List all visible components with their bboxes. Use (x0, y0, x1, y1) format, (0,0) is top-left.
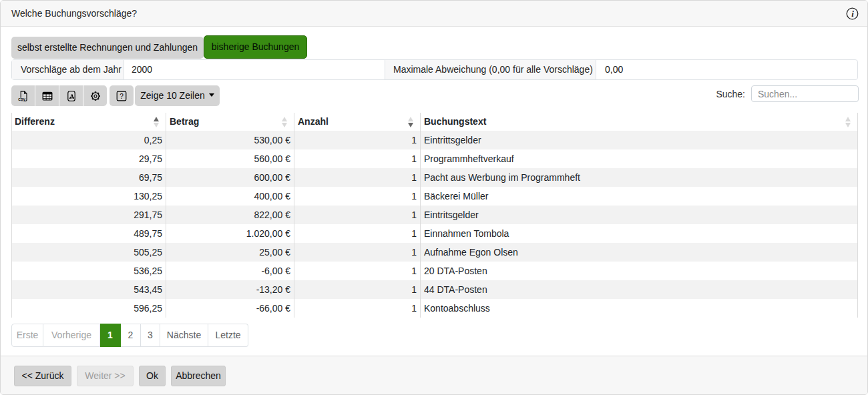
svg-text:CSV: CSV (18, 97, 25, 101)
svg-text:?: ? (120, 92, 124, 99)
svg-text:i: i (851, 9, 854, 19)
